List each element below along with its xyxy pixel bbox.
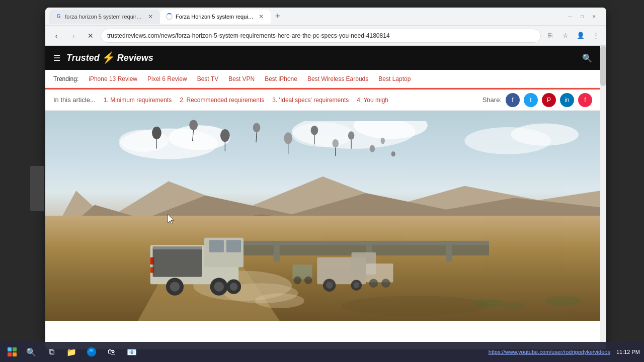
loading-spinner bbox=[166, 13, 173, 20]
google-favicon: G bbox=[55, 13, 62, 20]
logo-bolt-icon: ⚡ bbox=[102, 51, 115, 64]
cast-icon[interactable]: ⎘ bbox=[544, 29, 557, 42]
svg-point-20 bbox=[333, 139, 339, 147]
browser-window: G forza horizon 5 system requirem... ✕ F… bbox=[45, 8, 606, 349]
search-icon[interactable]: 🔍 bbox=[582, 53, 592, 63]
logo-reviews: Reviews bbox=[117, 53, 153, 63]
svg-line-15 bbox=[256, 132, 257, 142]
logo-trusted: Trusted bbox=[66, 53, 100, 63]
taskbar: 🔍 ⧉ 📁 🛍 📧 https://www.youtube.com/user/r… bbox=[0, 342, 644, 362]
svg-rect-56 bbox=[153, 246, 202, 249]
trucks-svg bbox=[73, 230, 434, 304]
taskbar-edge-button[interactable] bbox=[83, 343, 101, 361]
hamburger-menu[interactable]: ☰ bbox=[53, 53, 60, 63]
article-link-4[interactable]: 4. You migh bbox=[357, 97, 388, 104]
svg-point-35 bbox=[474, 299, 505, 307]
svg-point-50 bbox=[214, 282, 224, 292]
svg-point-62 bbox=[354, 283, 360, 289]
trending-link-5[interactable]: Best iPhone bbox=[265, 75, 297, 82]
pinterest-share-button[interactable]: P bbox=[542, 93, 556, 107]
share-label: Share: bbox=[482, 96, 502, 104]
trending-link-6[interactable]: Best Wireless Earbuds bbox=[307, 75, 368, 82]
close-button[interactable]: ✕ bbox=[590, 13, 598, 21]
tab-close-1[interactable]: ✕ bbox=[146, 13, 154, 21]
svg-point-60 bbox=[326, 282, 333, 289]
tabs-bar: G forza horizon 5 system requirem... ✕ F… bbox=[49, 10, 564, 24]
svg-point-64 bbox=[369, 279, 378, 288]
site-content: ☰ Trusted ⚡ Reviews 🔍 Trending: iPhone 1… bbox=[45, 46, 600, 349]
minimize-button[interactable]: — bbox=[566, 13, 574, 21]
svg-rect-42 bbox=[446, 245, 452, 262]
trending-link-1[interactable]: iPhone 13 Review bbox=[89, 75, 137, 82]
facebook-share-button[interactable]: f bbox=[506, 93, 520, 107]
menu-icon[interactable]: ⋮ bbox=[589, 29, 602, 42]
trending-bar: Trending: iPhone 13 Review Pixel 6 Revie… bbox=[45, 70, 600, 88]
svg-point-22 bbox=[348, 131, 355, 140]
taskbar-mail-button[interactable]: 📧 bbox=[123, 343, 141, 361]
address-input[interactable] bbox=[101, 29, 541, 43]
scrollbar[interactable] bbox=[600, 46, 606, 349]
svg-point-37 bbox=[545, 296, 582, 306]
title-bar: G forza horizon 5 system requirem... ✕ F… bbox=[45, 8, 606, 26]
article-link-3[interactable]: 3. 'Ideal specs' requirements bbox=[272, 97, 349, 104]
article-bar-label: In this article... bbox=[53, 96, 96, 104]
site-navigation: ☰ Trusted ⚡ Reviews 🔍 bbox=[45, 46, 600, 70]
back-button[interactable]: ‹ bbox=[49, 29, 63, 43]
linkedin-share-button[interactable]: in bbox=[560, 93, 574, 107]
svg-point-14 bbox=[253, 123, 261, 132]
maximize-button[interactable]: □ bbox=[578, 13, 586, 21]
svg-rect-46 bbox=[226, 240, 241, 252]
address-icons: ⎘ ☆ 👤 ⋮ bbox=[544, 29, 602, 42]
taskbar-search-button[interactable]: 🔍 bbox=[22, 343, 40, 361]
svg-point-36 bbox=[502, 303, 526, 309]
svg-point-48 bbox=[170, 282, 180, 292]
trending-link-4[interactable]: Best VPN bbox=[228, 75, 255, 82]
taskbar-taskview-button[interactable]: ⧉ bbox=[42, 343, 60, 361]
svg-point-7 bbox=[511, 123, 579, 145]
browser-tab-1[interactable]: G forza horizon 5 system requirem... ✕ bbox=[49, 10, 160, 24]
svg-point-25 bbox=[381, 137, 385, 144]
nav-left: ☰ Trusted ⚡ Reviews bbox=[53, 51, 153, 64]
trending-link-3[interactable]: Best TV bbox=[197, 75, 218, 82]
page-content: ☰ Trusted ⚡ Reviews 🔍 Trending: iPhone 1… bbox=[45, 46, 606, 349]
svg-point-67 bbox=[294, 277, 302, 285]
left-panel bbox=[30, 166, 44, 211]
start-button[interactable] bbox=[4, 344, 20, 360]
svg-point-68 bbox=[304, 277, 312, 285]
svg-rect-45 bbox=[209, 240, 224, 252]
hero-image bbox=[45, 111, 600, 321]
address-bar-row: ‹ › ✕ ⎘ ☆ 👤 ⋮ bbox=[45, 26, 606, 46]
svg-line-11 bbox=[193, 130, 194, 141]
forward-button[interactable]: › bbox=[66, 29, 80, 43]
svg-point-18 bbox=[311, 125, 318, 135]
taskbar-explorer-button[interactable]: 📁 bbox=[62, 343, 80, 361]
article-link-1[interactable]: 1. Minimum requirements bbox=[104, 97, 172, 104]
svg-point-12 bbox=[220, 129, 230, 142]
tab-close-2[interactable]: ✕ bbox=[257, 13, 265, 21]
taskbar-store-button[interactable]: 🛍 bbox=[103, 343, 121, 361]
scrollbar-thumb[interactable] bbox=[600, 46, 606, 86]
taskbar-url[interactable]: https://www.youtube.com/user/rodrigodyke… bbox=[489, 349, 610, 355]
article-bar: In this article... 1. Minimum requiremen… bbox=[45, 89, 600, 111]
windows-logo-icon bbox=[8, 347, 17, 356]
tab-title-1: forza horizon 5 system requirem... bbox=[65, 14, 143, 20]
article-link-2[interactable]: 2. Recommended requirements bbox=[180, 97, 264, 104]
svg-point-65 bbox=[381, 279, 390, 288]
trending-link-7[interactable]: Best Laptop bbox=[378, 75, 411, 82]
new-tab-button[interactable]: + bbox=[271, 10, 285, 24]
taskbar-clock: 11:12 PM bbox=[616, 349, 640, 355]
reload-button[interactable]: ✕ bbox=[84, 29, 98, 43]
profile-icon[interactable]: 👤 bbox=[574, 29, 587, 42]
flipboard-share-button[interactable]: f bbox=[578, 93, 592, 107]
trending-link-2[interactable]: Pixel 6 Review bbox=[147, 75, 187, 82]
window-controls: — □ ✕ bbox=[566, 13, 598, 21]
svg-rect-55 bbox=[153, 247, 202, 277]
svg-point-10 bbox=[190, 120, 198, 130]
svg-rect-63 bbox=[366, 264, 393, 283]
bookmark-icon[interactable]: ☆ bbox=[559, 29, 572, 42]
svg-point-16 bbox=[284, 132, 293, 144]
twitter-share-button[interactable]: t bbox=[524, 93, 538, 107]
browser-tab-2[interactable]: Forza Horizon 5 system requirem... ✕ bbox=[160, 10, 271, 24]
trending-label: Trending: bbox=[53, 75, 78, 82]
svg-point-52 bbox=[230, 283, 238, 291]
